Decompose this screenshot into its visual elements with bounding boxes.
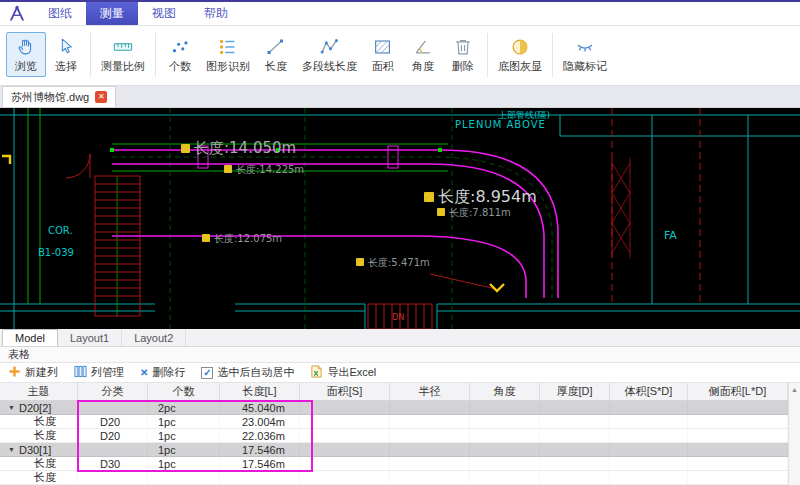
- measurement-table: 主题 分类 个数 长度[L] 面积[S] 半径 角度 厚度[D] 体积[S*D]…: [0, 383, 800, 485]
- measure-label: 长度:7.811m: [449, 207, 511, 218]
- sheet-tab-layout1[interactable]: Layout1: [58, 329, 122, 346]
- table-toolbar: 新建列 列管理 ✕ 删除行 ✓ 选中后自动居中 导出Excel: [0, 363, 800, 383]
- tool-label: 图形识别: [206, 59, 250, 74]
- tool-area[interactable]: 面积: [363, 32, 403, 77]
- measure-label: 长度:12.075m: [214, 233, 282, 244]
- cad-drawing: 长度:14.050m 长度:14.225m 长度:8.954m 长度:7.811…: [0, 108, 800, 329]
- measure-label: 长度:14.050m: [194, 139, 296, 157]
- close-icon[interactable]: ✕: [95, 91, 107, 103]
- polyline-icon: [319, 36, 341, 58]
- menu-item-help[interactable]: 帮助: [190, 2, 242, 25]
- tool-polyline-length[interactable]: 多段线长度: [296, 32, 363, 77]
- ruler-icon: [112, 36, 134, 58]
- tool-browse[interactable]: 浏览: [6, 32, 46, 77]
- menu-item-view[interactable]: 视图: [138, 2, 190, 25]
- toolbar-separator: [155, 33, 156, 77]
- column-header: 主题: [0, 383, 78, 400]
- row-category: [78, 443, 148, 456]
- row-count: 1pc: [148, 457, 220, 470]
- cad-viewport[interactable]: 长度:14.050m 长度:14.225m 长度:8.954m 长度:7.811…: [0, 108, 800, 329]
- row-subject: 长度: [0, 471, 78, 484]
- measure-label: 长度:14.225m: [236, 164, 304, 175]
- x-delete-icon: ✕: [140, 367, 148, 378]
- table-row[interactable]: ▼D20[2] 2pc 45.040m: [0, 401, 788, 415]
- tool-angle[interactable]: 角度: [403, 32, 443, 77]
- tool-measure-scale[interactable]: 测量比例: [95, 32, 151, 77]
- tool-label: 角度: [412, 59, 434, 74]
- tool-gray-background[interactable]: 底图灰显: [492, 32, 548, 77]
- table-row[interactable]: 长度 D30 1pc 17.546m: [0, 457, 788, 471]
- tool-label: 长度: [265, 59, 287, 74]
- export-excel-button[interactable]: 导出Excel: [310, 365, 376, 380]
- tool-select[interactable]: 选择: [46, 32, 86, 77]
- column-header: 分类: [78, 383, 148, 400]
- tool-label: 隐藏标记: [563, 59, 607, 74]
- measure-label: 长度:5.471m: [368, 257, 430, 268]
- menu-item-measure[interactable]: 测量: [86, 2, 138, 25]
- auto-center-checkbox[interactable]: ✓: [201, 367, 213, 379]
- closed-eye-icon: [574, 36, 596, 58]
- row-length: 22.036m: [220, 429, 300, 442]
- document-tab-bar: 苏州博物馆.dwg ✕: [0, 86, 800, 108]
- column-manage-button[interactable]: 列管理: [74, 365, 124, 380]
- columns-icon: [74, 365, 87, 380]
- tool-shape-recognition[interactable]: 图形识别: [200, 32, 256, 77]
- row-category: [78, 401, 148, 414]
- tool-hide-marks[interactable]: 隐藏标记: [557, 32, 613, 77]
- row-category: D30: [78, 457, 148, 470]
- angle-icon: [412, 36, 434, 58]
- ribbon-toolbar: 浏览 选择 测量比例 个数 图形识别 长度 多段线长度 面积 角度 删除 底图灰…: [0, 26, 800, 86]
- row-count: 1pc: [148, 415, 220, 428]
- auto-center-option[interactable]: ✓ 选中后自动居中: [201, 365, 294, 380]
- row-category: [78, 471, 148, 484]
- trash-icon: [452, 36, 474, 58]
- auto-center-label: 选中后自动居中: [217, 365, 294, 380]
- export-excel-label: 导出Excel: [327, 365, 376, 380]
- row-subject: D20[2]: [19, 402, 51, 414]
- table-row[interactable]: ▼D30[1] 1pc 17.546m: [0, 443, 788, 457]
- row-count: [148, 471, 220, 484]
- tool-label: 面积: [372, 59, 394, 74]
- count-dots-icon: [169, 36, 191, 58]
- column-header: 体积[S*D]: [610, 383, 688, 400]
- toolbar-separator: [487, 33, 488, 77]
- app-logo-icon: [0, 2, 34, 25]
- table-row[interactable]: 长度 D20 1pc 23.004m: [0, 415, 788, 429]
- table-scrollbar[interactable]: ▲: [788, 383, 800, 485]
- sheet-tab-layout2[interactable]: Layout2: [122, 329, 186, 346]
- sheet-tab-bar: Model Layout1 Layout2: [0, 329, 800, 347]
- row-count: 2pc: [148, 401, 220, 414]
- document-title: 苏州博物馆.dwg: [11, 90, 89, 105]
- tool-length[interactable]: 长度: [256, 32, 296, 77]
- toolbar-separator: [552, 33, 553, 77]
- tool-label: 个数: [169, 59, 191, 74]
- toolbar-separator: [90, 33, 91, 77]
- row-length: [220, 471, 300, 484]
- cor-label: COR.: [48, 225, 73, 236]
- table-row[interactable]: 长度: [0, 471, 788, 485]
- table-row[interactable]: 长度 D20 1pc 22.036m: [0, 429, 788, 443]
- sheet-tab-model[interactable]: Model: [2, 329, 58, 346]
- column-manage-label: 列管理: [91, 365, 124, 380]
- row-category: D20: [78, 429, 148, 442]
- table-header: 主题 分类 个数 长度[L] 面积[S] 半径 角度 厚度[D] 体积[S*D]…: [0, 383, 788, 401]
- column-header: 个数: [148, 383, 220, 400]
- chevron-down-icon[interactable]: ▼: [8, 404, 15, 411]
- row-count: 1pc: [148, 429, 220, 442]
- chevron-down-icon[interactable]: ▼: [8, 446, 15, 453]
- tool-count[interactable]: 个数: [160, 32, 200, 77]
- document-tab[interactable]: 苏州博物馆.dwg ✕: [2, 86, 116, 107]
- row-category: D20: [78, 415, 148, 428]
- grayscale-circle-icon: [509, 36, 531, 58]
- new-column-button[interactable]: 新建列: [8, 365, 58, 380]
- scroll-up-icon[interactable]: ▲: [791, 386, 798, 393]
- plenum-label: PLENUM ABOVE: [455, 119, 546, 130]
- cursor-icon: [55, 36, 77, 58]
- delete-row-button[interactable]: ✕ 删除行: [140, 365, 185, 380]
- row-subject: 长度: [0, 429, 78, 442]
- pipe-note-label: 上部管线(隔): [498, 110, 550, 120]
- menu-item-drawings[interactable]: 图纸: [34, 2, 86, 25]
- measure-label: 长度:8.954m: [438, 187, 537, 206]
- tool-label: 删除: [452, 59, 474, 74]
- tool-delete[interactable]: 删除: [443, 32, 483, 77]
